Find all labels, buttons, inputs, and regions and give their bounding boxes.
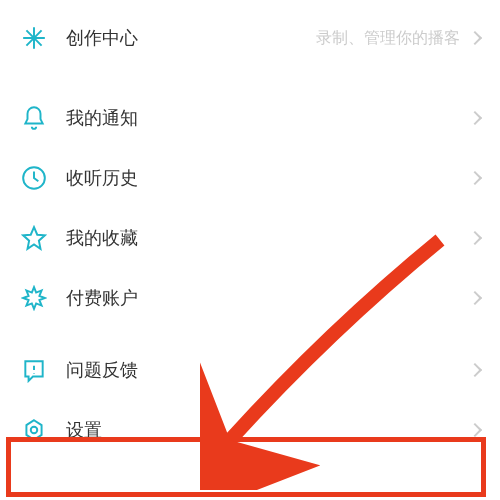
chevron-right-icon [468,31,482,45]
chevron-right-icon [468,363,482,377]
menu-label: 我的收藏 [66,226,470,250]
chevron-right-icon [468,111,482,125]
menu-item-paid[interactable]: 付费账户 [0,268,500,328]
menu-hint: 录制、管理你的播客 [316,28,460,49]
star-icon [20,224,48,252]
burst-icon [20,284,48,312]
chevron-right-icon [468,171,482,185]
menu-item-settings[interactable]: 设置 [0,400,500,460]
menu-item-notifications[interactable]: 我的通知 [0,88,500,148]
menu-label: 创作中心 [66,26,316,50]
menu-item-feedback[interactable]: 问题反馈 [0,340,500,400]
menu-item-create[interactable]: 创作中心 录制、管理你的播客 [0,0,500,76]
menu-item-favorites[interactable]: 我的收藏 [0,208,500,268]
menu-item-history[interactable]: 收听历史 [0,148,500,208]
menu-label: 付费账户 [66,286,470,310]
feedback-icon [20,356,48,384]
menu-label: 设置 [66,418,470,442]
spark-icon [20,24,48,52]
chevron-right-icon [468,231,482,245]
menu-label: 我的通知 [66,106,470,130]
clock-icon [20,164,48,192]
menu-label: 问题反馈 [66,358,470,382]
svg-point-1 [31,427,38,434]
settings-icon [20,416,48,444]
menu-list: 创作中心 录制、管理你的播客 我的通知 收听历史 我的收藏 付费账户 [0,0,500,460]
chevron-right-icon [468,291,482,305]
chevron-right-icon [468,423,482,437]
menu-label: 收听历史 [66,166,470,190]
bell-icon [20,104,48,132]
